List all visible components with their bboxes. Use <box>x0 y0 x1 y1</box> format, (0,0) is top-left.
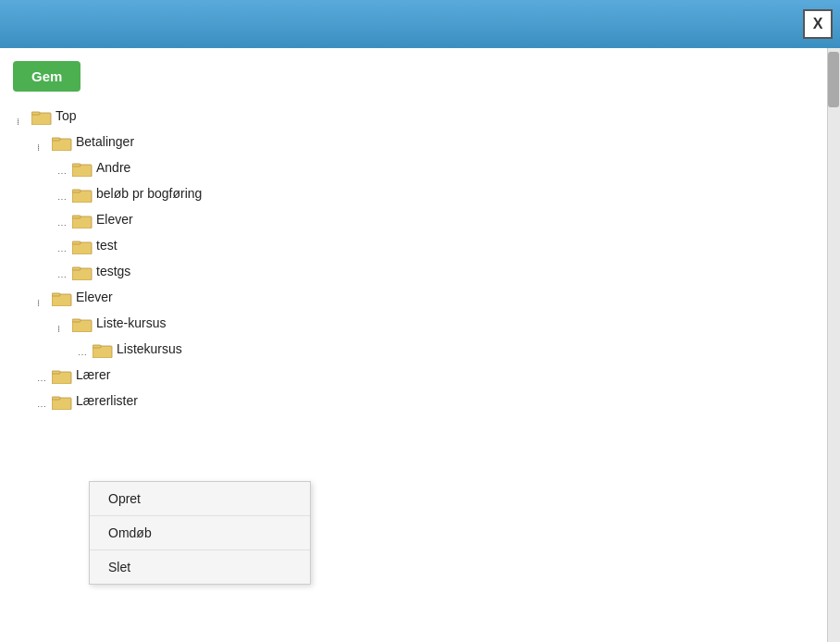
expand-icon-elever-sub: ⋯ <box>57 213 70 226</box>
tree-label-liste-kursus: Liste-kursus <box>96 310 166 336</box>
tree-label-elever: Elever <box>76 284 113 310</box>
folder-icon-laererlister <box>52 392 72 409</box>
folder-tree: ⁞ Top ⁞ Betalinger ⋯ <box>17 103 827 414</box>
tree-node-liste-kursus[interactable]: ⁞ Liste-kursus <box>17 310 827 336</box>
svg-rect-13 <box>72 267 80 270</box>
scrollbar-thumb[interactable] <box>828 52 839 107</box>
expand-icon-testgs: ⋯ <box>57 265 70 278</box>
context-menu: Opret Omdøb Slet <box>89 481 311 585</box>
tree-label-betalinger: Betalinger <box>76 129 134 154</box>
folder-icon-top <box>31 107 52 124</box>
folder-icon-betalinger <box>52 133 72 150</box>
tree-node-listekursus[interactable]: ⋯ Listekursus <box>17 336 827 362</box>
tree-node-andre[interactable]: ⋯ Andre <box>17 154 827 180</box>
expand-icon-test: ⋯ <box>57 239 70 252</box>
svg-rect-17 <box>72 319 80 322</box>
tree-label-top: Top <box>56 103 77 129</box>
svg-rect-19 <box>93 345 101 348</box>
svg-rect-3 <box>52 138 60 141</box>
folder-icon-testgs <box>72 263 93 279</box>
svg-rect-7 <box>72 190 80 192</box>
context-menu-opret[interactable]: Opret <box>90 482 310 516</box>
gem-button[interactable]: Gem <box>13 61 80 92</box>
svg-rect-11 <box>72 241 80 244</box>
folder-icon-laerer <box>52 366 72 383</box>
tree-node-testgs[interactable]: ⋯ testgs <box>17 258 827 284</box>
tree-node-betalinger[interactable]: ⁞ Betalinger <box>17 129 827 154</box>
expand-icon-laererlister: ⋯ <box>37 394 50 407</box>
tree-label-testgs: testgs <box>96 258 130 284</box>
folder-icon-andre <box>72 159 93 176</box>
tree-node-laererlister[interactable]: ⋯ Lærerlister <box>17 388 827 414</box>
folder-icon-listekursus <box>93 340 113 357</box>
tree-node-top[interactable]: ⁞ Top <box>17 103 827 129</box>
context-menu-omdobm[interactable]: Omdøb <box>90 516 310 550</box>
svg-rect-15 <box>52 293 60 296</box>
folder-icon-elever <box>52 289 72 305</box>
expand-icon-laerer: ⋯ <box>37 368 50 381</box>
tree-label-andre: Andre <box>96 154 130 180</box>
tree-node-elever-sub[interactable]: ⋯ Elever <box>17 206 827 232</box>
svg-rect-23 <box>52 397 60 400</box>
context-menu-slet[interactable]: Slet <box>90 550 310 584</box>
expand-icon-liste-kursus: ⁞ <box>57 316 70 329</box>
tree-node-test[interactable]: ⋯ test <box>17 232 827 258</box>
folder-icon-elever-sub <box>72 211 93 228</box>
folder-icon-belob <box>72 185 93 202</box>
svg-rect-5 <box>72 164 80 167</box>
folder-icon-liste-kursus <box>72 315 93 331</box>
expand-icon-top: ⁞ <box>17 109 30 122</box>
svg-rect-21 <box>52 371 60 374</box>
tree-label-laererlister: Lærerlister <box>76 388 138 414</box>
tree-label-listekursus: Listekursus <box>117 336 182 362</box>
expand-icon-andre: ⋯ <box>57 161 70 174</box>
scrollbar[interactable] <box>827 48 840 642</box>
content-area: Gem ⁞ Top ⁞ Betalinger <box>0 48 840 426</box>
close-button[interactable]: X <box>803 9 833 39</box>
tree-label-laerer: Lærer <box>76 362 110 388</box>
tree-node-elever[interactable]: ⁞ Elever <box>17 284 827 310</box>
title-bar: X <box>0 0 840 48</box>
expand-icon-belob: ⋯ <box>57 187 70 200</box>
tree-node-laerer[interactable]: ⋯ Lærer <box>17 362 827 388</box>
expand-icon-listekursus: ⋯ <box>78 342 91 355</box>
tree-label-belob: beløb pr bogføring <box>96 180 202 206</box>
expand-icon-betalinger: ⁞ <box>37 135 50 148</box>
tree-node-belob[interactable]: ⋯ beløb pr bogføring <box>17 180 827 206</box>
folder-icon-test <box>72 237 93 253</box>
tree-label-elever-sub: Elever <box>96 206 133 232</box>
svg-rect-9 <box>72 216 80 218</box>
expand-icon-elever: ⁞ <box>37 290 50 303</box>
tree-label-test: test <box>96 232 117 258</box>
svg-rect-1 <box>31 112 40 115</box>
